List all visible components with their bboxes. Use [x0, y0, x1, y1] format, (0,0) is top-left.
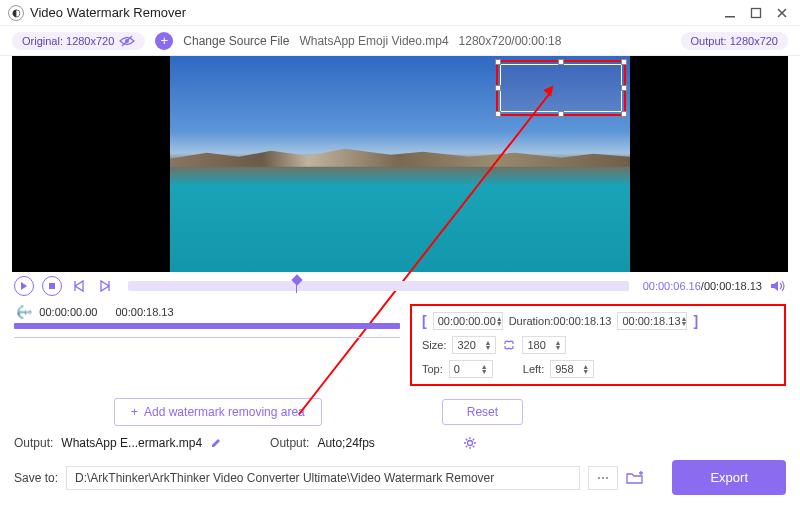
playhead-icon[interactable] [292, 274, 303, 285]
svg-rect-1 [752, 8, 761, 17]
spinner-icon[interactable]: ▲▼ [582, 364, 589, 374]
add-watermark-area-button[interactable]: + Add watermark removing area [114, 398, 322, 426]
stop-button[interactable] [42, 276, 62, 296]
spinner-icon[interactable]: ▲▼ [555, 340, 562, 350]
spinner-icon[interactable]: ▲▼ [485, 340, 492, 350]
output-size-chip: Output: 1280x720 [681, 32, 788, 50]
segment-end-time: 00:00:18.13 [115, 306, 173, 318]
top-input[interactable]: 0 ▲▼ [449, 360, 493, 378]
timeline-slider[interactable] [128, 281, 629, 291]
app-logo-icon: ◐ [8, 5, 24, 21]
spinner-icon[interactable]: ▲▼ [681, 316, 688, 326]
playback-controls: 00:00:06.16/00:00:18.13 [0, 272, 800, 300]
output-format-label: Output: [270, 436, 309, 450]
range-end-bracket-icon[interactable]: ] [693, 313, 698, 329]
change-source-label: Change Source File [183, 34, 289, 48]
source-video-info: 1280x720/00:00:18 [459, 34, 562, 48]
open-folder-icon[interactable] [626, 471, 644, 485]
export-button[interactable]: Export [672, 460, 786, 495]
range-start-bracket-icon[interactable]: [ [422, 313, 427, 329]
left-input[interactable]: 958 ▲▼ [550, 360, 594, 378]
save-path-input[interactable]: D:\ArkThinker\ArkThinker Video Converter… [66, 466, 580, 490]
save-to-label: Save to: [14, 471, 58, 485]
top-label: Top: [422, 363, 443, 375]
output-file-label: Output: [14, 436, 53, 450]
total-duration: 00:00:18.13 [704, 280, 762, 292]
spinner-icon[interactable]: ▲▼ [481, 364, 488, 374]
watermark-settings-panel: [ 00:00:00.00 ▲▼ Duration:00:00:18.13 00… [410, 304, 786, 386]
play-button[interactable] [14, 276, 34, 296]
titlebar: ◐ Video Watermark Remover [0, 0, 800, 26]
edit-filename-icon[interactable] [210, 437, 222, 449]
maximize-button[interactable] [746, 3, 766, 23]
original-size-label: Original: 1280x720 [22, 35, 114, 47]
width-input[interactable]: 320 ▲▼ [452, 336, 496, 354]
output-settings-icon[interactable] [463, 436, 477, 450]
left-label: Left: [523, 363, 544, 375]
duration-label: Duration:00:00:18.13 [509, 315, 612, 327]
set-end-button[interactable] [96, 277, 114, 295]
range-start-input[interactable]: 00:00:00.00 ▲▼ [433, 312, 503, 330]
time-display: 00:00:06.16/00:00:18.13 [643, 280, 762, 292]
height-input[interactable]: 180 ▲▼ [522, 336, 566, 354]
minimize-button[interactable] [720, 3, 740, 23]
spinner-icon[interactable]: ▲▼ [496, 316, 503, 326]
output-size-label: Output: 1280x720 [691, 35, 778, 47]
size-label: Size: [422, 339, 446, 351]
output-filename: WhatsApp E...ermark.mp4 [61, 436, 202, 450]
current-time: 00:00:06.16 [643, 280, 701, 292]
svg-point-5 [467, 441, 472, 446]
svg-rect-4 [49, 283, 55, 289]
save-row: Save to: D:\ArkThinker\ArkThinker Video … [0, 454, 800, 505]
change-source-button[interactable]: + [155, 32, 173, 50]
reset-button[interactable]: Reset [442, 399, 523, 425]
plus-icon: + [131, 405, 138, 419]
segment-bar[interactable] [14, 323, 400, 329]
segment-timeline: ⚓ 00:00:00.00 00:00:18.13 [14, 304, 400, 386]
anchor-icon[interactable]: ⚓ [17, 304, 32, 320]
video-preview[interactable] [12, 56, 788, 272]
volume-button[interactable] [770, 279, 786, 293]
video-frame [170, 56, 630, 272]
source-filename: WhatsApp Emoji Video.mp4 [299, 34, 448, 48]
preview-toggle-icon[interactable] [119, 35, 135, 47]
link-aspect-icon[interactable] [502, 340, 516, 350]
browse-path-button[interactable]: ⋯ [588, 466, 618, 490]
window-title: Video Watermark Remover [30, 5, 714, 20]
output-row: Output: WhatsApp E...ermark.mp4 Output: … [0, 432, 800, 454]
set-start-button[interactable] [70, 277, 88, 295]
close-button[interactable] [772, 3, 792, 23]
watermark-selection-box[interactable] [496, 60, 626, 116]
svg-rect-0 [725, 16, 735, 18]
segment-start-time: 00:00:00.00 [39, 306, 97, 318]
range-end-input[interactable]: 00:00:18.13 ▲▼ [617, 312, 687, 330]
original-size-chip: Original: 1280x720 [12, 32, 145, 50]
output-format: Auto;24fps [317, 436, 374, 450]
toolbar: Original: 1280x720 + Change Source File … [0, 26, 800, 56]
